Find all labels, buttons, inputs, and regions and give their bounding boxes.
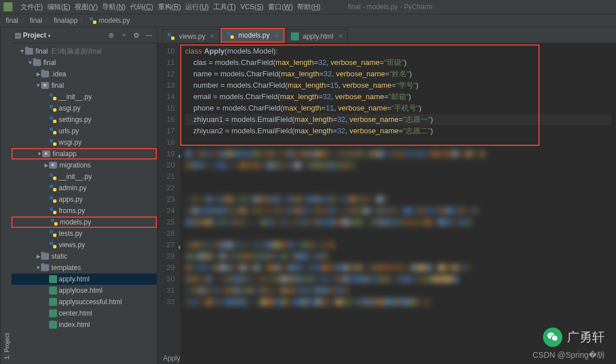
editor-tab-apply.html[interactable]: apply.html✕ (286, 29, 348, 43)
code-line-24[interactable] (185, 205, 611, 216)
tree-item-views.py[interactable]: views.py (11, 239, 157, 251)
tree-item-froms.py[interactable]: froms.py (11, 205, 157, 216)
tree-item-asgi.py[interactable]: asgi.py (11, 103, 157, 114)
py-icon (49, 127, 57, 135)
close-tab-icon[interactable]: ✕ (338, 33, 343, 39)
code-line-20[interactable] (185, 159, 611, 171)
py-icon (49, 207, 57, 215)
code-line-17[interactable]: zhiyuan2 = models.EmailField(max_length=… (185, 125, 611, 137)
tree-item-center.html[interactable]: center.html (11, 308, 157, 319)
code-line-22[interactable] (185, 182, 611, 194)
close-tab-icon[interactable]: ✕ (274, 32, 279, 39)
code-line-13[interactable]: number = models.CharField(max_length=15,… (185, 80, 611, 91)
code-line-27[interactable] (185, 239, 611, 251)
tool-window-tab-project[interactable]: 1: Project (0, 27, 11, 364)
code-line-30[interactable] (185, 273, 611, 285)
code-line-32[interactable] (185, 296, 611, 308)
tree-item-index.html[interactable]: index.html (11, 319, 157, 330)
python-file-icon (89, 17, 97, 24)
tree-item-templates[interactable]: ▼templates (11, 262, 157, 273)
collapse-icon[interactable]: ÷ (119, 31, 128, 40)
tree-item-migrations[interactable]: ▶migrations (11, 159, 157, 171)
tree-item-urls.py[interactable]: urls.py (11, 125, 157, 137)
code-line-11[interactable]: clas = models.CharField(max_length=32, v… (185, 57, 611, 68)
status-crumb[interactable]: Apply (157, 353, 186, 364)
dir-icon (41, 264, 49, 271)
menu-item[interactable]: 视图(V) (72, 2, 100, 12)
tree-item-static[interactable]: ▶static (11, 251, 157, 262)
tree-item-applysuccessful.html[interactable]: applysuccessful.html (11, 296, 157, 308)
menu-item[interactable]: 重构(R) (156, 2, 184, 12)
menu-item[interactable]: 编辑(E) (45, 2, 72, 12)
py-icon (49, 230, 57, 238)
tree-item-models.py[interactable]: models.py (11, 216, 157, 228)
pkg-icon (41, 82, 49, 89)
line-gutter: 1011121314151617181920212223242526272829… (157, 43, 180, 364)
code-line-18[interactable] (185, 137, 611, 148)
editor-tabs: views.py✕models.py✕apply.html✕ (157, 27, 616, 43)
tree-item-final[interactable]: ▼final (11, 57, 157, 68)
window-title: final - models.py - PyCharm (348, 3, 432, 11)
code-line-19[interactable] (185, 148, 611, 159)
tree-item-__init__.py[interactable]: __init__.py (11, 91, 157, 103)
editor-tab-views.py[interactable]: views.py✕ (162, 29, 220, 43)
menu-bar: 文件(F)编辑(E)视图(V)导航(N)代码(C)重构(R)运行(U)工具(T)… (0, 0, 616, 14)
code-line-31[interactable] (185, 285, 611, 296)
menu-item[interactable]: 帮助(H) (295, 2, 323, 12)
menu-item[interactable]: 代码(C) (128, 2, 156, 12)
menu-item[interactable]: 文件(F) (18, 2, 45, 12)
tree-item-__init__.py[interactable]: __init__.py (11, 171, 157, 182)
html-icon (49, 275, 57, 283)
breadcrumb-item[interactable]: final (30, 17, 42, 24)
tree-item-settings.py[interactable]: settings.py (11, 114, 157, 125)
py-icon (49, 241, 57, 249)
tree-item-apps.py[interactable]: apps.py (11, 194, 157, 205)
close-tab-icon[interactable]: ✕ (210, 33, 214, 39)
tree-item-.idea[interactable]: ▶.idea (11, 68, 157, 80)
code-line-14[interactable]: email = models.CharField(max_length=32, … (185, 91, 611, 103)
code-line-16[interactable]: zhiyuan1 = models.EmailField(max_length=… (185, 114, 611, 125)
code-line-12[interactable]: name = models.CharField(max_length=32, v… (185, 68, 611, 80)
pkg-icon (49, 162, 57, 169)
code-line-21[interactable] (185, 171, 611, 182)
py-icon (49, 173, 57, 181)
code-line-25[interactable] (185, 216, 611, 228)
html-icon (49, 287, 57, 295)
code-line-28[interactable] (185, 251, 611, 262)
code-content[interactable]: class Apply(models.Model): clas = models… (180, 43, 616, 364)
code-line-29[interactable] (185, 262, 611, 273)
tree-item-apply.html[interactable]: apply.html (11, 273, 157, 285)
tree-item-final[interactable]: ▼final (11, 80, 157, 91)
menu-item[interactable]: VCS(S) (238, 2, 266, 12)
code-line-23[interactable] (185, 194, 611, 205)
code-line-15[interactable]: phone = models.CharField(max_length=11, … (185, 103, 611, 114)
tree-item-wsgi.py[interactable]: wsgi.py (11, 137, 157, 148)
tree-item-tests.py[interactable]: tests.py (11, 228, 157, 239)
breadcrumb-item[interactable]: models.py (89, 17, 130, 25)
target-icon[interactable]: ⊕ (107, 31, 116, 40)
code-line-10[interactable]: class Apply(models.Model): (185, 46, 611, 57)
menu-item[interactable]: 工具(T) (211, 2, 238, 12)
settings-icon[interactable]: ✿ (132, 31, 141, 40)
pkg-icon (42, 150, 50, 157)
editor-tab-models.py[interactable]: models.py✕ (221, 28, 285, 43)
menu-item[interactable]: 导航(N) (100, 2, 128, 12)
menu-item[interactable]: 运行(U) (183, 2, 211, 12)
project-view-switcher[interactable]: ▤ Project ▾ (15, 31, 51, 39)
tree-item-final[interactable]: ▼finalE:\电脑桌面\final (11, 46, 157, 57)
code-editor[interactable]: 1011121314151617181920212223242526272829… (157, 43, 616, 364)
breadcrumb-item[interactable]: final (6, 17, 18, 24)
hide-icon[interactable]: — (144, 31, 153, 40)
dir-icon (41, 71, 49, 77)
tree-item-applylose.html[interactable]: applylose.html (11, 285, 157, 296)
py-icon (49, 138, 57, 146)
py-icon (49, 104, 57, 112)
tree-item-admin.py[interactable]: admin.py (11, 182, 157, 194)
py-file-icon (167, 32, 175, 40)
py-icon (50, 218, 58, 226)
project-tree[interactable]: ▼finalE:\电脑桌面\final▼final▶.idea▼final__i… (11, 43, 157, 364)
menu-item[interactable]: 窗口(W) (266, 2, 295, 12)
breadcrumb-item[interactable]: finalapp (54, 17, 78, 24)
tree-item-finalapp[interactable]: ▼finalapp (11, 148, 157, 159)
code-line-26[interactable] (185, 228, 611, 239)
